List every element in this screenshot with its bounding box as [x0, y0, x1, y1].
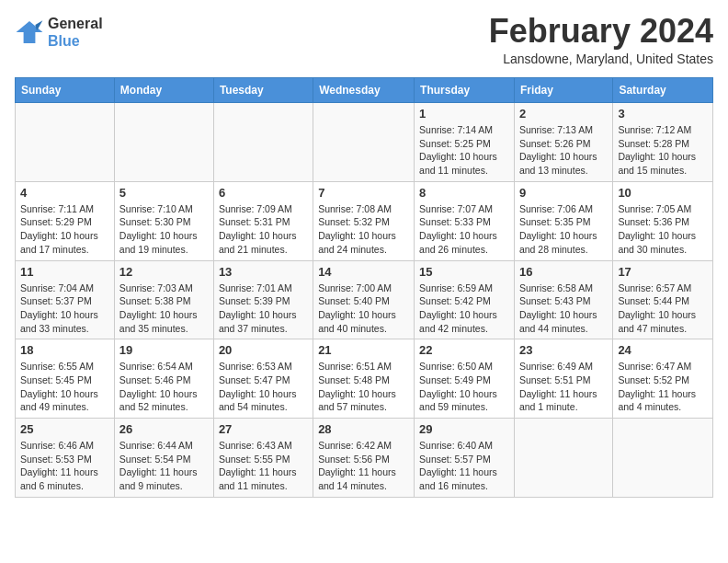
calendar-day-cell: 24Sunrise: 6:47 AM Sunset: 5:52 PM Dayli… — [613, 339, 713, 419]
calendar-week-row: 25Sunrise: 6:46 AM Sunset: 5:53 PM Dayli… — [16, 419, 713, 498]
day-number: 18 — [20, 343, 109, 357]
calendar-day-cell: 15Sunrise: 6:59 AM Sunset: 5:42 PM Dayli… — [415, 260, 515, 339]
day-info: Sunrise: 7:01 AM Sunset: 5:39 PM Dayligh… — [219, 282, 308, 336]
calendar-day-cell: 19Sunrise: 6:54 AM Sunset: 5:46 PM Dayli… — [114, 339, 213, 419]
day-info: Sunrise: 7:11 AM Sunset: 5:29 PM Dayligh… — [20, 202, 109, 257]
calendar-day-cell: 9Sunrise: 7:06 AM Sunset: 5:35 PM Daylig… — [514, 181, 612, 260]
day-info: Sunrise: 6:51 AM Sunset: 5:48 PM Dayligh… — [318, 360, 409, 414]
calendar-day-cell: 12Sunrise: 7:03 AM Sunset: 5:38 PM Dayli… — [114, 260, 213, 339]
calendar-day-cell: 6Sunrise: 7:09 AM Sunset: 5:31 PM Daylig… — [213, 181, 313, 260]
day-number: 27 — [219, 422, 308, 436]
calendar-body: 1Sunrise: 7:14 AM Sunset: 5:25 PM Daylig… — [16, 103, 713, 498]
calendar-day-cell — [313, 103, 415, 182]
calendar-day-cell: 28Sunrise: 6:42 AM Sunset: 5:56 PM Dayli… — [313, 419, 415, 498]
weekday-header-cell: Tuesday — [213, 78, 313, 103]
day-info: Sunrise: 7:09 AM Sunset: 5:31 PM Dayligh… — [219, 202, 308, 257]
day-info: Sunrise: 7:12 AM Sunset: 5:28 PM Dayligh… — [618, 123, 708, 178]
day-info: Sunrise: 6:49 AM Sunset: 5:51 PM Dayligh… — [519, 360, 608, 414]
calendar-day-cell — [514, 419, 612, 498]
calendar-day-cell: 14Sunrise: 7:00 AM Sunset: 5:40 PM Dayli… — [313, 260, 415, 339]
calendar-day-cell: 16Sunrise: 6:58 AM Sunset: 5:43 PM Dayli… — [514, 260, 612, 339]
day-info: Sunrise: 6:53 AM Sunset: 5:47 PM Dayligh… — [219, 360, 308, 414]
logo: General Blue — [15, 15, 103, 50]
calendar-day-cell: 29Sunrise: 6:40 AM Sunset: 5:57 PM Dayli… — [415, 419, 515, 498]
day-info: Sunrise: 6:44 AM Sunset: 5:54 PM Dayligh… — [119, 439, 209, 493]
day-info: Sunrise: 7:05 AM Sunset: 5:36 PM Dayligh… — [618, 202, 708, 257]
day-number: 12 — [119, 265, 209, 279]
day-number: 4 — [20, 186, 109, 200]
calendar-day-cell: 23Sunrise: 6:49 AM Sunset: 5:51 PM Dayli… — [514, 339, 612, 419]
calendar-day-cell: 7Sunrise: 7:08 AM Sunset: 5:32 PM Daylig… — [313, 181, 415, 260]
day-info: Sunrise: 7:13 AM Sunset: 5:26 PM Dayligh… — [519, 123, 608, 178]
day-number: 25 — [20, 422, 109, 436]
day-info: Sunrise: 6:58 AM Sunset: 5:43 PM Dayligh… — [519, 282, 608, 336]
day-number: 15 — [419, 265, 509, 279]
weekday-header-cell: Sunday — [16, 78, 115, 103]
calendar-week-row: 1Sunrise: 7:14 AM Sunset: 5:25 PM Daylig… — [16, 103, 713, 182]
calendar-table: SundayMondayTuesdayWednesdayThursdayFrid… — [15, 77, 713, 498]
calendar-day-cell — [213, 103, 313, 182]
day-info: Sunrise: 7:08 AM Sunset: 5:32 PM Dayligh… — [318, 202, 409, 257]
day-info: Sunrise: 6:54 AM Sunset: 5:46 PM Dayligh… — [119, 360, 209, 414]
day-number: 23 — [519, 343, 608, 357]
weekday-header-cell: Monday — [114, 78, 213, 103]
calendar-day-cell: 11Sunrise: 7:04 AM Sunset: 5:37 PM Dayli… — [16, 260, 115, 339]
calendar-day-cell: 4Sunrise: 7:11 AM Sunset: 5:29 PM Daylig… — [16, 181, 115, 260]
day-info: Sunrise: 7:06 AM Sunset: 5:35 PM Dayligh… — [519, 202, 608, 257]
calendar-day-cell: 18Sunrise: 6:55 AM Sunset: 5:45 PM Dayli… — [16, 339, 115, 419]
calendar-day-cell — [114, 103, 213, 182]
day-number: 24 — [618, 343, 708, 357]
day-info: Sunrise: 6:57 AM Sunset: 5:44 PM Dayligh… — [618, 282, 708, 336]
day-number: 22 — [419, 343, 509, 357]
calendar-day-cell: 10Sunrise: 7:05 AM Sunset: 5:36 PM Dayli… — [613, 181, 713, 260]
day-info: Sunrise: 6:50 AM Sunset: 5:49 PM Dayligh… — [419, 360, 509, 414]
logo-line1: General — [48, 15, 103, 32]
day-info: Sunrise: 7:03 AM Sunset: 5:38 PM Dayligh… — [119, 282, 209, 336]
day-number: 28 — [318, 422, 409, 436]
calendar-day-cell: 22Sunrise: 6:50 AM Sunset: 5:49 PM Dayli… — [415, 339, 515, 419]
day-info: Sunrise: 7:04 AM Sunset: 5:37 PM Dayligh… — [20, 282, 109, 336]
calendar-day-cell: 25Sunrise: 6:46 AM Sunset: 5:53 PM Dayli… — [16, 419, 115, 498]
calendar-day-cell: 26Sunrise: 6:44 AM Sunset: 5:54 PM Dayli… — [114, 419, 213, 498]
day-number: 11 — [20, 265, 109, 279]
month-year-title: February 2024 — [489, 15, 713, 48]
day-info: Sunrise: 7:07 AM Sunset: 5:33 PM Dayligh… — [419, 202, 509, 257]
logo-line2: Blue — [48, 32, 103, 50]
day-number: 19 — [119, 343, 209, 357]
weekday-header-row: SundayMondayTuesdayWednesdayThursdayFrid… — [16, 78, 713, 103]
weekday-header-cell: Thursday — [415, 78, 515, 103]
day-number: 29 — [419, 422, 509, 436]
day-number: 10 — [618, 186, 708, 200]
weekday-header-cell: Wednesday — [313, 78, 415, 103]
day-number: 16 — [519, 265, 608, 279]
day-info: Sunrise: 6:40 AM Sunset: 5:57 PM Dayligh… — [419, 439, 509, 493]
day-info: Sunrise: 6:46 AM Sunset: 5:53 PM Dayligh… — [20, 439, 109, 493]
day-info: Sunrise: 7:10 AM Sunset: 5:30 PM Dayligh… — [119, 202, 209, 257]
calendar-week-row: 4Sunrise: 7:11 AM Sunset: 5:29 PM Daylig… — [16, 181, 713, 260]
day-number: 20 — [219, 343, 308, 357]
day-number: 26 — [119, 422, 209, 436]
day-number: 9 — [519, 186, 608, 200]
weekday-header-cell: Saturday — [613, 78, 713, 103]
day-info: Sunrise: 7:14 AM Sunset: 5:25 PM Dayligh… — [419, 123, 509, 178]
day-info: Sunrise: 6:42 AM Sunset: 5:56 PM Dayligh… — [318, 439, 409, 493]
page-header: General Blue February 2024 Lansdowne, Ma… — [15, 15, 713, 66]
calendar-day-cell — [613, 419, 713, 498]
day-number: 17 — [618, 265, 708, 279]
day-number: 1 — [419, 107, 509, 121]
day-number: 13 — [219, 265, 308, 279]
calendar-day-cell: 1Sunrise: 7:14 AM Sunset: 5:25 PM Daylig… — [415, 103, 515, 182]
weekday-header-cell: Friday — [514, 78, 612, 103]
calendar-day-cell — [16, 103, 115, 182]
calendar-week-row: 11Sunrise: 7:04 AM Sunset: 5:37 PM Dayli… — [16, 260, 713, 339]
calendar-day-cell: 17Sunrise: 6:57 AM Sunset: 5:44 PM Dayli… — [613, 260, 713, 339]
calendar-day-cell: 8Sunrise: 7:07 AM Sunset: 5:33 PM Daylig… — [415, 181, 515, 260]
title-block: February 2024 Lansdowne, Maryland, Unite… — [489, 15, 713, 66]
day-info: Sunrise: 6:43 AM Sunset: 5:55 PM Dayligh… — [219, 439, 308, 493]
calendar-day-cell: 20Sunrise: 6:53 AM Sunset: 5:47 PM Dayli… — [213, 339, 313, 419]
day-info: Sunrise: 6:55 AM Sunset: 5:45 PM Dayligh… — [20, 360, 109, 414]
location-subtitle: Lansdowne, Maryland, United States — [489, 52, 713, 66]
calendar-day-cell: 2Sunrise: 7:13 AM Sunset: 5:26 PM Daylig… — [514, 103, 612, 182]
day-number: 21 — [318, 343, 409, 357]
day-number: 3 — [618, 107, 708, 121]
